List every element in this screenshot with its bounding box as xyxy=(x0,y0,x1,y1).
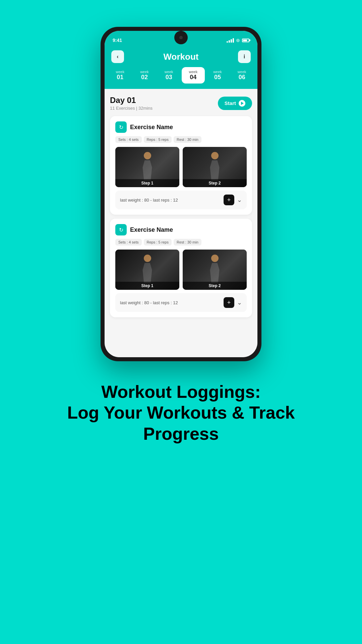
chevron-down-icon-1[interactable]: ⌄ xyxy=(237,196,242,204)
week-label-03: week xyxy=(165,70,173,74)
info-button[interactable]: i xyxy=(238,50,251,63)
back-button[interactable]: ‹ xyxy=(111,50,124,63)
day-header: Day 01 11 Exercises | 32mins Start xyxy=(110,96,252,111)
content-area: Day 01 11 Exercises | 32mins Start ↻ Exe… xyxy=(105,89,257,357)
signal-bar-4 xyxy=(233,38,234,43)
status-time: 9:41 xyxy=(113,38,122,43)
exercise-step1-img-2[interactable]: Step 1 xyxy=(115,250,179,290)
exercise-step2-img-2[interactable]: Step 2 xyxy=(183,250,247,290)
week-num-06: 06 xyxy=(239,74,245,81)
wifi-icon: ⊛ xyxy=(236,38,240,43)
exercise-name-row-2: ↻ Exercise Name xyxy=(115,224,247,235)
tag-reps-2: Reps : 5 reps xyxy=(144,239,172,246)
back-arrow-icon: ‹ xyxy=(117,54,118,60)
play-icon xyxy=(239,100,245,107)
week-num-04: 04 xyxy=(190,74,196,81)
week-num-02: 02 xyxy=(141,74,148,81)
exercise-tags-1: Sets : 4 sets Reps : 5 reps Rest : 30 mi… xyxy=(115,136,247,143)
exercise-name-2: Exercise Name xyxy=(130,226,173,233)
battery-icon xyxy=(242,39,249,42)
week-num-01: 01 xyxy=(117,74,123,81)
exercise-card-2: ↻ Exercise Name Sets : 4 sets Reps : 5 r… xyxy=(110,219,252,317)
week-tab-01[interactable]: week 01 xyxy=(109,67,132,84)
start-button[interactable]: Start xyxy=(218,97,252,110)
exercise-card-1: ↻ Exercise Name Sets : 4 sets Reps : 5 r… xyxy=(110,116,252,215)
exercise-refresh-icon-2: ↻ xyxy=(115,224,127,235)
tag-sets-1: Sets : 4 sets xyxy=(115,136,142,143)
step1-label-2: Step 1 xyxy=(115,282,179,290)
step1-label-1: Step 1 xyxy=(115,179,179,187)
add-button-2[interactable]: + xyxy=(224,297,234,308)
week-num-03: 03 xyxy=(166,74,172,81)
phone-screen: 9:41 ⊛ ‹ Workout i xyxy=(105,31,257,357)
exercise-bottom-2: last weight : 80 - last reps : 12 + ⌄ xyxy=(115,293,247,312)
exercise-name-row-1: ↻ Exercise Name xyxy=(115,121,247,133)
signal-bar-2 xyxy=(229,40,230,43)
page-title: Workout xyxy=(164,52,199,62)
week-label-01: week xyxy=(116,70,124,74)
tag-sets-2: Sets : 4 sets xyxy=(115,239,142,246)
step2-label-2: Step 2 xyxy=(183,282,247,290)
bottom-section: Workout Loggings:Log Your Workouts & Tra… xyxy=(41,361,322,471)
exercise-step2-img-1[interactable]: Step 2 xyxy=(183,147,247,187)
info-label: i xyxy=(244,54,245,60)
signal-icon xyxy=(227,38,234,43)
start-label: Start xyxy=(225,100,236,106)
exercise-name-1: Exercise Name xyxy=(130,124,173,131)
day-title: Day 01 xyxy=(110,96,153,105)
week-label-06: week xyxy=(238,70,246,74)
add-button-1[interactable]: + xyxy=(224,195,234,205)
week-num-05: 05 xyxy=(214,74,221,81)
exercise-tags-2: Sets : 4 sets Reps : 5 reps Rest : 30 mi… xyxy=(115,239,247,246)
last-stats-2: last weight : 80 - last reps : 12 xyxy=(120,300,178,305)
week-label-05: week xyxy=(213,70,222,74)
bottom-headline: Workout Loggings:Log Your Workouts & Tra… xyxy=(67,381,295,444)
exercise-images-1: Step 1 Step 2 xyxy=(115,147,247,187)
tag-rest-2: Rest : 30 min xyxy=(174,239,201,246)
bottom-actions-1: + ⌄ xyxy=(224,195,242,205)
app-header: ‹ Workout i xyxy=(105,46,257,63)
day-info: Day 01 11 Exercises | 32mins xyxy=(110,96,153,111)
notch xyxy=(174,31,188,44)
chevron-down-icon-2[interactable]: ⌄ xyxy=(237,299,242,306)
day-subtitle: 11 Exercises | 32mins xyxy=(110,106,153,111)
camera-dot xyxy=(179,36,183,39)
week-tab-06[interactable]: week 06 xyxy=(230,67,253,84)
last-stats-1: last weight : 80 - last reps : 12 xyxy=(120,198,178,203)
week-tab-02[interactable]: week 02 xyxy=(133,67,156,84)
week-tab-04[interactable]: week 04 xyxy=(182,67,205,84)
battery-fill xyxy=(243,40,247,41)
exercise-refresh-icon-1: ↻ xyxy=(115,121,127,133)
step2-label-1: Step 2 xyxy=(183,179,247,187)
week-label-02: week xyxy=(140,70,149,74)
tag-rest-1: Rest : 30 min xyxy=(174,136,201,143)
exercise-images-2: Step 1 Step 2 xyxy=(115,250,247,290)
exercise-bottom-1: last weight : 80 - last reps : 12 + ⌄ xyxy=(115,191,247,209)
week-tab-03[interactable]: week 03 xyxy=(157,67,180,84)
week-tab-05[interactable]: week 05 xyxy=(206,67,229,84)
signal-bar-3 xyxy=(231,39,232,43)
tag-reps-1: Reps : 5 reps xyxy=(144,136,172,143)
week-label-04: week xyxy=(189,70,198,74)
bottom-actions-2: + ⌄ xyxy=(224,297,242,308)
signal-bar-1 xyxy=(227,41,228,43)
phone-shell: 9:41 ⊛ ‹ Workout i xyxy=(101,27,261,361)
exercise-step1-img-1[interactable]: Step 1 xyxy=(115,147,179,187)
week-tabs: week 01 week 02 week 03 week 04 week 05 … xyxy=(105,63,257,89)
play-triangle xyxy=(241,102,244,105)
status-icons: ⊛ xyxy=(227,38,249,43)
